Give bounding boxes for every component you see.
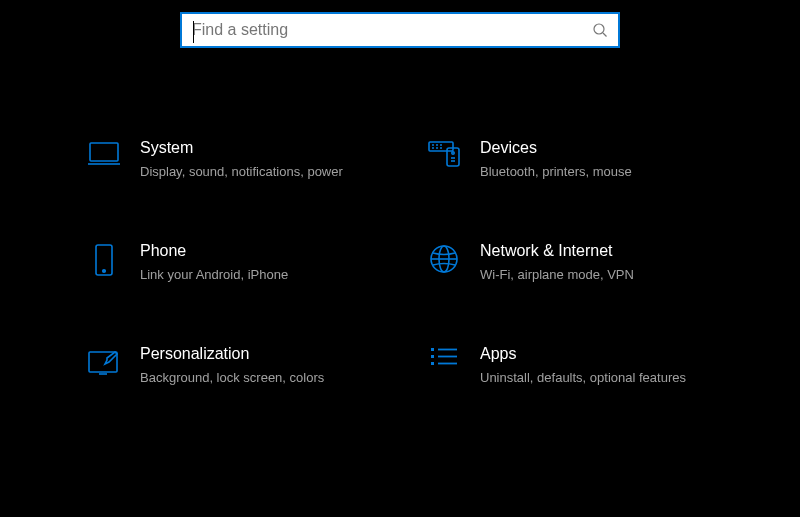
svg-line-1	[603, 33, 607, 37]
category-title: Phone	[140, 241, 288, 262]
phone-icon	[80, 241, 128, 277]
svg-point-0	[594, 24, 604, 34]
svg-rect-23	[431, 355, 434, 358]
apps-icon	[420, 344, 468, 372]
globe-icon	[420, 241, 468, 275]
search-container	[0, 0, 800, 48]
svg-rect-20	[89, 352, 117, 372]
category-desc: Display, sound, notifications, power	[140, 163, 343, 181]
category-phone[interactable]: Phone Link your Android, iPhone	[80, 241, 380, 284]
svg-point-16	[103, 270, 106, 273]
category-apps[interactable]: Apps Uninstall, defaults, optional featu…	[420, 344, 720, 387]
category-desc: Background, lock screen, colors	[140, 369, 324, 387]
category-title: Devices	[480, 138, 632, 159]
category-title: Network & Internet	[480, 241, 634, 262]
category-title: Apps	[480, 344, 686, 365]
category-desc: Wi-Fi, airplane mode, VPN	[480, 266, 634, 284]
category-title: System	[140, 138, 343, 159]
svg-rect-2	[90, 143, 118, 161]
category-desc: Uninstall, defaults, optional features	[480, 369, 686, 387]
svg-rect-4	[429, 142, 453, 151]
system-icon	[80, 138, 128, 168]
svg-rect-24	[431, 362, 434, 365]
personalization-icon	[80, 344, 128, 376]
category-desc: Bluetooth, printers, mouse	[480, 163, 632, 181]
category-title: Personalization	[140, 344, 324, 365]
search-icon	[592, 22, 608, 38]
category-desc: Link your Android, iPhone	[140, 266, 288, 284]
settings-grid: System Display, sound, notifications, po…	[0, 48, 800, 387]
category-system[interactable]: System Display, sound, notifications, po…	[80, 138, 380, 181]
svg-rect-22	[431, 348, 434, 351]
category-personalization[interactable]: Personalization Background, lock screen,…	[80, 344, 380, 387]
search-input[interactable]	[192, 21, 592, 39]
category-network[interactable]: Network & Internet Wi-Fi, airplane mode,…	[420, 241, 720, 284]
category-devices[interactable]: Devices Bluetooth, printers, mouse	[420, 138, 720, 181]
text-cursor	[193, 21, 194, 43]
search-box[interactable]	[180, 12, 620, 48]
svg-point-12	[452, 152, 454, 154]
devices-icon	[420, 138, 468, 170]
